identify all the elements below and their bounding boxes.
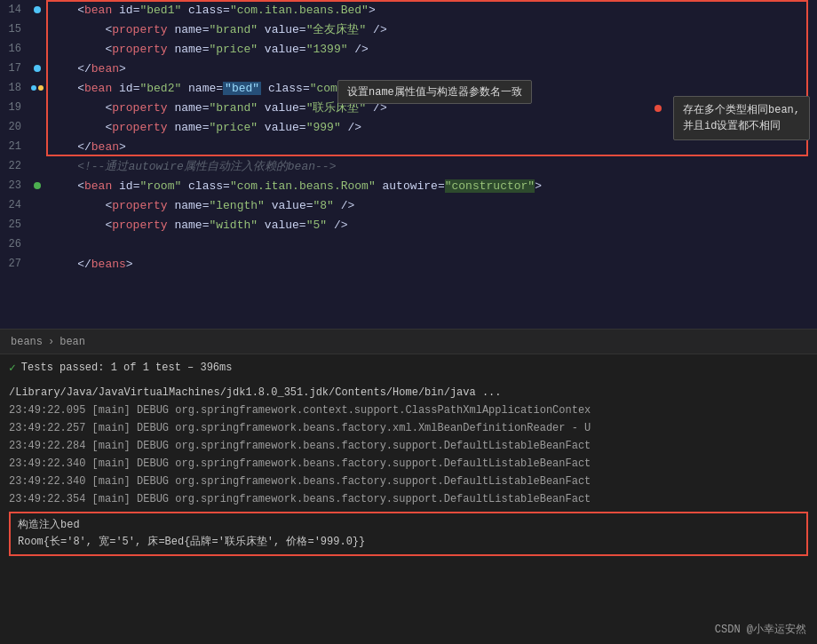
line-number: 16 xyxy=(0,43,28,55)
line-gutter xyxy=(28,182,46,189)
test-result-text: Tests passed: 1 of 1 test – 396ms xyxy=(21,362,233,374)
line-number: 14 xyxy=(0,4,28,16)
code-line: 16 <property name="price" value="1399" /… xyxy=(0,39,817,59)
line-number: 22 xyxy=(0,160,28,172)
line-number: 26 xyxy=(0,238,28,250)
line-content: <property name="length" value="8" /> xyxy=(46,199,817,212)
line-number: 21 xyxy=(0,140,28,153)
breadcrumb-beans: beans xyxy=(11,336,43,348)
code-line: 25 <property name="width" value="5" /> xyxy=(0,215,817,235)
console-output-line: 构造注入bed xyxy=(18,517,799,534)
code-line: 22 <!--通过autowire属性自动注入依赖的bean--> xyxy=(0,156,817,176)
line-content: <!--通过autowire属性自动注入依赖的bean--> xyxy=(46,158,817,174)
test-check-icon: ✓ xyxy=(9,361,16,375)
tooltip-connector-dot xyxy=(654,105,662,112)
main-container: 14 <bean id="bed1" class="com.itan.beans… xyxy=(0,0,817,644)
console-log-line: 23:49:22.095 [main] DEBUG org.springfram… xyxy=(0,402,817,419)
console-log-line: 23:49:22.340 [main] DEBUG org.springfram… xyxy=(0,473,817,490)
line-number: 17 xyxy=(0,62,28,75)
code-line: 15 <property name="brand" value="全友床垫" /… xyxy=(0,20,817,39)
line-number: 27 xyxy=(0,258,28,270)
console-log-lines: 23:49:22.095 [main] DEBUG org.springfram… xyxy=(0,402,817,508)
line-gutter xyxy=(28,65,46,72)
console-output-line: Room{长='8', 宽='5', 床=Bed{品牌='联乐床垫', 价格='… xyxy=(18,534,799,551)
test-bar: ✓ Tests passed: 1 of 1 test – 396ms xyxy=(0,354,817,380)
console-log-line: 23:49:22.257 [main] DEBUG org.springfram… xyxy=(0,419,817,437)
line-content: <property name="width" value="5" /> xyxy=(46,219,817,232)
tooltip-multiple-beans: 存在多个类型相同bean,并且id设置都不相同 xyxy=(673,96,810,140)
console-log-line: 23:49:22.340 [main] DEBUG org.springfram… xyxy=(0,455,817,473)
code-line: 26 xyxy=(0,235,817,254)
code-line: 23 <bean id="room" class="com.itan.beans… xyxy=(0,176,817,195)
line-number: 18 xyxy=(0,82,28,94)
console-area: /Library/Java/JavaVirtualMachines/jdk1.8… xyxy=(0,380,817,644)
console-log-line: 23:49:22.354 [main] DEBUG org.springfram… xyxy=(0,490,817,508)
code-line: 17 </bean> xyxy=(0,59,817,78)
code-line: 24 <property name="length" value="8" /> xyxy=(0,195,817,215)
watermark: CSDN @小幸运安然 xyxy=(715,622,806,637)
tooltip-name-attr: 设置name属性值与构造器参数名一致 xyxy=(337,80,532,104)
line-content: </bean> xyxy=(46,140,817,154)
line-content: <bean id="room" class="com.itan.beans.Ro… xyxy=(46,179,817,193)
line-gutter xyxy=(28,6,46,13)
console-output-highlight: 构造注入bedRoom{长='8', 宽='5', 床=Bed{品牌='联乐床垫… xyxy=(9,512,808,556)
code-line: 27 </beans> xyxy=(0,254,817,274)
console-path: /Library/Java/JavaVirtualMachines/jdk1.8… xyxy=(0,384,817,402)
breadcrumb-separator: › xyxy=(48,336,54,348)
line-content: <property name="price" value="1399" /> xyxy=(46,43,817,56)
console-log-line: 23:49:22.284 [main] DEBUG org.springfram… xyxy=(0,437,817,455)
line-content: <property name="brand" value="全友床垫" /> xyxy=(46,21,817,37)
editor-area: 14 <bean id="bed1" class="com.itan.beans… xyxy=(0,0,817,329)
line-number: 15 xyxy=(0,23,28,36)
line-number: 23 xyxy=(0,179,28,192)
line-number: 19 xyxy=(0,101,28,114)
breadcrumb-bean: bean xyxy=(59,336,85,348)
line-number: 25 xyxy=(0,219,28,231)
line-content: </bean> xyxy=(46,62,817,76)
line-number: 20 xyxy=(0,121,28,133)
line-number: 24 xyxy=(0,199,28,211)
line-content: </beans> xyxy=(46,258,817,271)
line-gutter xyxy=(28,85,46,91)
line-content: <bean id="bed1" class="com.itan.beans.Be… xyxy=(46,4,817,17)
code-line: 14 <bean id="bed1" class="com.itan.beans… xyxy=(0,0,817,20)
breadcrumb-bar: beans › bean xyxy=(0,329,817,354)
